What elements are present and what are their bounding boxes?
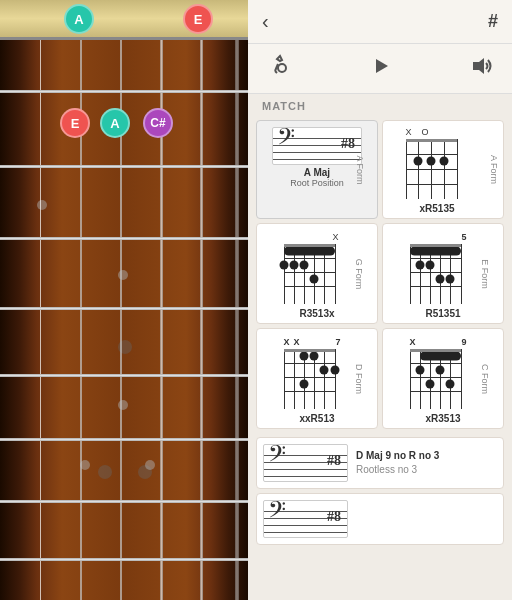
top-nav: ‹ #: [248, 0, 512, 44]
chord-label-5: xR3513: [425, 413, 460, 424]
form-label-a: A Form: [489, 155, 499, 184]
cd-string: [418, 139, 419, 199]
note-a-nut: A: [64, 4, 94, 34]
cd-string: [444, 139, 445, 199]
cd-fret: [410, 391, 461, 392]
cd-string: [410, 349, 411, 409]
cd-fret: [284, 377, 335, 378]
cd-dot: [427, 157, 436, 166]
cd-fret: [284, 258, 335, 259]
cd-dot: [310, 275, 319, 284]
fret-marker-7a: [98, 465, 112, 479]
chord-label-1: A Maj: [304, 167, 330, 178]
cd-string: [284, 349, 285, 409]
fret-3: [0, 237, 248, 240]
staff-line: [273, 159, 361, 160]
cd-dot: [299, 261, 308, 270]
cd-fret: [410, 286, 461, 287]
bass-clef-symbol: 𝄢: [277, 127, 295, 157]
cd-grid: [284, 349, 335, 409]
cd-barre: [284, 247, 335, 256]
cd-fret: [284, 272, 335, 273]
guitar-icon[interactable]: [268, 54, 292, 83]
bass-clef-3: 𝄢: [268, 500, 286, 530]
cd-fret: [284, 286, 335, 287]
bottom-chord-1[interactable]: 𝄢 #8 D Maj 9 no R no 3 Rootless no 3: [256, 437, 504, 489]
fret-4: [0, 307, 248, 310]
match-label: MATCH: [248, 94, 512, 116]
chord-card-e-form[interactable]: 5: [382, 223, 504, 324]
fret-7: [0, 500, 248, 503]
volume-icon[interactable]: [470, 55, 492, 82]
back-button[interactable]: ‹: [262, 10, 269, 33]
cd-string: [324, 349, 325, 409]
cd-nut: [284, 244, 335, 247]
bass-clef-2: 𝄢: [268, 444, 286, 474]
cd-grid: [410, 244, 461, 304]
chord-card-a-form[interactable]: X O: [382, 120, 504, 219]
cd-grid: [406, 139, 457, 199]
fret-number-7: 7: [335, 337, 340, 347]
fret-1: [0, 90, 248, 93]
cd-fret: [284, 391, 335, 392]
mute-marker: X: [332, 232, 338, 242]
cd-string: [335, 349, 336, 409]
staff-number-2: #8: [327, 453, 341, 469]
right-panel: ‹ # MATCH: [248, 0, 512, 600]
cd-string: [461, 349, 462, 409]
notation-staff-2: 𝄢 #8: [263, 444, 348, 482]
chords-grid: 𝄢 #8 A Maj Root Position A Form X O: [248, 116, 512, 433]
play-button[interactable]: [370, 55, 392, 82]
chord-card-d-form[interactable]: X X 7: [256, 328, 378, 429]
bottom-chord-1-text: D Maj 9 no R no 3 Rootless no 3: [356, 449, 439, 477]
staff-line: [264, 476, 347, 477]
cd-barre: [410, 247, 461, 256]
cd-dot: [310, 352, 319, 361]
cd-grid: [410, 349, 461, 409]
mute-x-c: X: [410, 337, 416, 347]
cd-fret: [410, 258, 461, 259]
hash-button[interactable]: #: [488, 11, 498, 32]
form-label-c: C Form: [480, 364, 490, 394]
cd-dot: [414, 157, 423, 166]
cd-dot: [320, 366, 329, 375]
cd-dot: [439, 157, 448, 166]
chord-diagram-c-form: X 9: [406, 337, 481, 409]
controls-row: [248, 44, 512, 94]
chord-diagram-a-form: X O: [400, 127, 475, 199]
chord-card-1[interactable]: 𝄢 #8 A Maj Root Position A Form: [256, 120, 378, 219]
chord-card-c-form[interactable]: X 9: [382, 328, 504, 429]
fret-number-5: 5: [461, 232, 466, 242]
mute-x2: X: [294, 337, 300, 347]
cd-dot: [289, 261, 298, 270]
fret-6: [0, 438, 248, 441]
fret-dot: [80, 460, 90, 470]
chord-diagram-e-form: 5: [406, 232, 481, 304]
notation-staff-1: 𝄢 #8: [272, 127, 362, 165]
cd-dot: [415, 261, 424, 270]
staff-line: [264, 532, 347, 533]
cd-nut: [410, 244, 461, 247]
chord-card-g-form[interactable]: X: [256, 223, 378, 324]
svg-marker-4: [473, 58, 484, 74]
cd-fret: [410, 377, 461, 378]
cd-dot: [415, 366, 424, 375]
chord-label-2: R3513x: [299, 308, 334, 319]
open-marker: O: [422, 127, 429, 137]
cd-dot: [425, 380, 434, 389]
cd-dot: [279, 261, 288, 270]
cd-dot: [446, 275, 455, 284]
cd-fret: [284, 363, 335, 364]
cd-dot: [299, 380, 308, 389]
cd-string: [335, 244, 336, 304]
form-label-e: E Form: [480, 259, 490, 289]
mute-marker: X: [406, 127, 412, 137]
note-e-fret2: E: [60, 108, 90, 138]
fret-dot: [145, 460, 155, 470]
fret-number-9: 9: [461, 337, 466, 347]
notation-staff-3: 𝄢 #8: [263, 500, 348, 538]
cd-string: [431, 139, 432, 199]
cd-dot: [299, 352, 308, 361]
cd-dot: [436, 366, 445, 375]
bottom-chord-2[interactable]: 𝄢 #8: [256, 493, 504, 545]
